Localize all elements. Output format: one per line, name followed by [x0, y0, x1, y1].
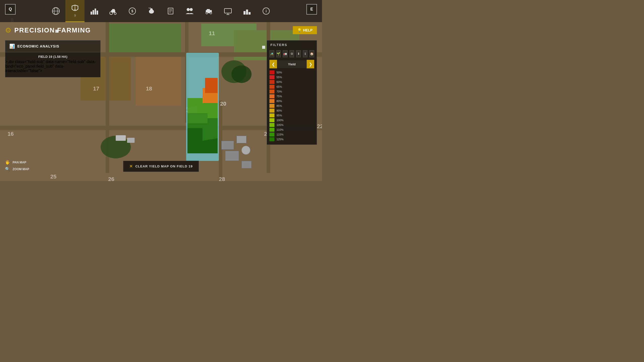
filter-info-btn[interactable]: ℹ: [303, 50, 308, 57]
clear-yield-button[interactable]: ✕ CLEAR YIELD MAP ON FIELD 19: [123, 161, 199, 172]
pan-map-icon: 🖐: [5, 160, 10, 165]
svg-rect-14: [93, 10, 94, 15]
clear-yield-x-icon: ✕: [129, 164, 133, 169]
yield-color-swatch: [269, 99, 274, 103]
yield-legend-row: 105%: [269, 123, 314, 127]
map-marker-2: [262, 46, 265, 49]
yield-color-swatch: [269, 118, 274, 122]
yield-color-swatch: [269, 104, 274, 108]
e-button[interactable]: E: [306, 4, 317, 15]
svg-point-12: [74, 9, 75, 10]
q-button[interactable]: Q: [5, 4, 16, 15]
nav-info[interactable]: i: [257, 0, 276, 22]
yield-legend-row: 90%: [269, 109, 314, 113]
field-patch-top: [108, 24, 181, 54]
svg-point-24: [150, 8, 153, 11]
eco-panel: 📊 ECONOMIC ANALYSIS FIELD 19 (1.58 HA) >…: [5, 40, 101, 77]
yield-color-swatch: [269, 75, 274, 79]
yield-legend-row: 70%: [269, 89, 314, 94]
yield-color-swatch: [269, 109, 274, 113]
yield-color-swatch: [269, 94, 274, 98]
yield-color-swatch: [269, 113, 274, 117]
nav-world[interactable]: [46, 0, 65, 22]
field-name: FIELD 19 (1.58 HA): [5, 52, 100, 60]
yield-pct-label: 105%: [276, 123, 284, 126]
nav-tractor[interactable]: [104, 0, 123, 22]
yield-color-swatch: [269, 70, 274, 74]
yield-legend-row: 110%: [269, 128, 314, 132]
yield-pct-label: 60%: [276, 80, 282, 83]
yield-legend-row: 85%: [269, 104, 314, 108]
yield-nav: ❮ Yield ❯: [269, 60, 314, 68]
yield-color-swatch: [269, 132, 274, 137]
nav-leaderboard[interactable]: [237, 0, 257, 22]
yield-pct-label: 125%: [276, 138, 284, 141]
yield-nav-next[interactable]: ❯: [307, 60, 314, 68]
yield-pct-label: 70%: [276, 90, 282, 93]
yield-legend-row: 60%: [269, 80, 314, 84]
filter-tractor-btn[interactable]: 🚜: [269, 50, 274, 57]
filter-settings-btn[interactable]: ⚙: [290, 50, 294, 57]
yield-pct-label: 80%: [276, 100, 282, 103]
yield-pct-label: 85%: [276, 104, 282, 107]
nav-animal[interactable]: [142, 0, 161, 22]
yield-legend-row: 75%: [269, 94, 314, 98]
yield-legend-row: 80%: [269, 99, 314, 103]
nav-money[interactable]: $: [123, 0, 142, 22]
nav-stats[interactable]: [85, 0, 104, 22]
svg-point-35: [210, 12, 212, 14]
filters-panel: FILTERS 🚜 🌱 🚛 ⚙ ⬇ ℹ 🏠 ❮ Yield ❯ 50% 55% …: [267, 40, 317, 145]
svg-rect-15: [95, 9, 96, 15]
yield-nav-label: Yield: [277, 60, 307, 68]
yield-legend-row: 100%: [269, 118, 314, 122]
svg-rect-13: [91, 12, 92, 15]
svg-line-25: [149, 8, 149, 9]
pan-map-item[interactable]: 🖐 PAN MAP: [5, 160, 29, 165]
pf-header: ⚙ PRECISION FARMING: [5, 26, 91, 34]
yield-legend-row: 95%: [269, 113, 314, 117]
yield-pct-label: 55%: [276, 76, 282, 79]
filters-title: FILTERS: [270, 43, 287, 47]
zoom-map-icon: 🔍: [5, 167, 10, 171]
filter-home-btn[interactable]: 🏠: [309, 50, 314, 57]
svg-rect-42: [249, 12, 251, 15]
clear-yield-label: CLEAR YIELD MAP ON FIELD 19: [135, 164, 193, 168]
yield-color-swatch: [269, 137, 274, 141]
nav-contract[interactable]: [161, 0, 180, 22]
yield-color-swatch: [269, 85, 274, 89]
filter-download-btn[interactable]: ⬇: [296, 50, 301, 57]
eco-panel-header: 📊 ECONOMIC ANALYSIS: [5, 40, 100, 52]
yield-pct-label: 110%: [276, 128, 284, 131]
yield-color-swatch: [269, 89, 274, 94]
nav-hire[interactable]: [180, 0, 199, 22]
zoom-map-label: ZOOM MAP: [13, 167, 29, 171]
yield-legend-row: 50%: [269, 70, 314, 74]
nav-precision[interactable]: 9: [65, 0, 85, 22]
filter-seeder-btn[interactable]: 🌱: [276, 50, 281, 57]
yield-pct-label: 65%: [276, 85, 282, 88]
svg-point-31: [187, 8, 190, 11]
svg-point-18: [114, 13, 116, 15]
filter-truck-btn[interactable]: 🚛: [283, 50, 288, 57]
nav-monitor[interactable]: [218, 0, 237, 22]
yield-legend-row: 55%: [269, 75, 314, 79]
svg-rect-40: [244, 11, 246, 15]
zoom-map-item[interactable]: 🔍 ZOOM MAP: [5, 167, 29, 171]
yield-pct-label: 90%: [276, 109, 282, 112]
top-nav: Q 9 $ i E: [0, 0, 322, 22]
svg-point-34: [206, 12, 208, 14]
yield-nav-prev[interactable]: ❮: [269, 60, 277, 68]
yield-pct-label: 75%: [276, 95, 282, 98]
nav-vehicle2[interactable]: [199, 0, 218, 22]
pan-map-label: PAN MAP: [13, 161, 26, 164]
silo: [242, 146, 250, 155]
svg-point-32: [190, 8, 193, 11]
svg-rect-41: [246, 10, 248, 15]
svg-rect-16: [97, 11, 98, 15]
trees-2: [231, 65, 252, 83]
help-icon: 💡: [297, 28, 302, 32]
yield-legend: 50% 55% 60% 65% 70% 75% 80% 85% 90% 95: [267, 70, 317, 141]
svg-rect-27: [168, 8, 173, 14]
help-button[interactable]: 💡 HELP: [293, 26, 317, 34]
svg-text:$: $: [131, 9, 133, 13]
